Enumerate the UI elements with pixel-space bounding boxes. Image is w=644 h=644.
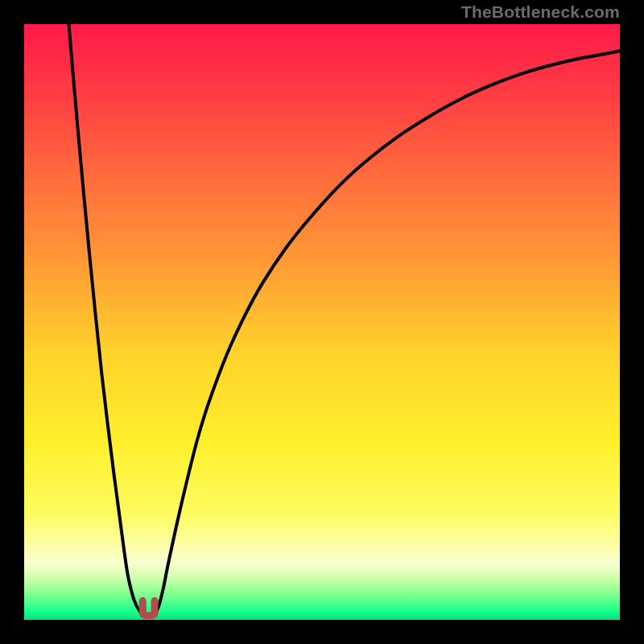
- watermark-text: TheBottleneck.com: [461, 0, 620, 24]
- plot-area: [24, 24, 620, 620]
- chart-svg: [24, 24, 620, 620]
- gradient-rect: [24, 24, 620, 620]
- outer-frame: TheBottleneck.com: [0, 0, 644, 644]
